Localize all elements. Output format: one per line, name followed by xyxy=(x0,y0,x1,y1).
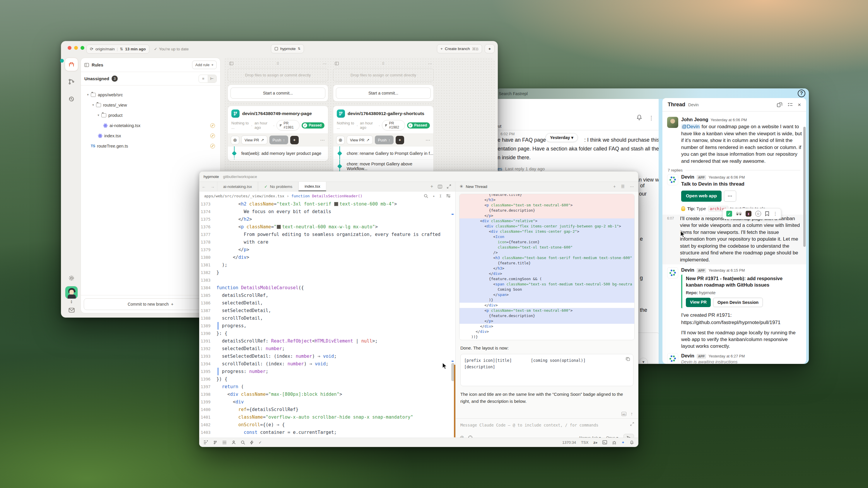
language-mode[interactable]: TSX xyxy=(581,440,588,445)
code-line[interactable]: 1388 scrollToDetail, xyxy=(199,315,455,322)
replies-count[interactable]: 7 replies xyxy=(668,168,683,172)
remote-status-pill[interactable]: ⟳origin/main | ⇅13 min ago xyxy=(86,44,149,54)
expand-input-icon[interactable] xyxy=(630,422,634,426)
code-line[interactable]: 1390}: { xyxy=(199,330,455,337)
thread-list-icon[interactable]: ☰ xyxy=(621,184,625,189)
search-icon[interactable] xyxy=(241,440,245,445)
code-line[interactable]: 1396}) { xyxy=(199,375,455,383)
chevron-down-icon[interactable]: ▾ xyxy=(91,103,95,107)
collapse-lane-icon[interactable] xyxy=(335,62,339,65)
peek-replies-frag[interactable]: es xyxy=(498,166,502,171)
outline-icon[interactable] xyxy=(222,441,227,444)
tree-item-ai-notetaking-tsx[interactable]: ai-notetaking.tsx xyxy=(84,120,217,131)
create-branch-button[interactable]: +Create branch⌘B xyxy=(437,44,482,53)
code-line[interactable]: 1392 selectedDetail: number; xyxy=(199,345,455,353)
pray-emoji[interactable]: ▮ xyxy=(746,211,751,217)
code-line[interactable]: 1403 const container = e.currentTarget; xyxy=(199,429,455,436)
bell-icon[interactable] xyxy=(630,440,634,445)
copy-icon[interactable] xyxy=(625,357,630,361)
code-line[interactable]: 1382} xyxy=(199,269,455,276)
diff-block[interactable]: {feature.title} </h3> <p className="text… xyxy=(459,194,634,340)
eyes-emoji[interactable] xyxy=(736,211,742,217)
date-pill[interactable]: Yesterday ▾ xyxy=(546,133,578,142)
search-icon[interactable] xyxy=(424,194,428,198)
code-line[interactable]: 1373 <h2 className="text-3xl font-serif … xyxy=(199,200,455,208)
commit-to-new-branch-button[interactable]: Commit to new branch+ xyxy=(84,298,217,310)
code-editor[interactable]: 1373 <h2 className="text-3xl font-serif … xyxy=(199,200,455,437)
code-line[interactable]: 1400 ref={detailsScrollRef} xyxy=(199,406,455,413)
check-emoji[interactable]: ✓ xyxy=(726,211,732,217)
sender-name[interactable]: John Jeong xyxy=(681,117,708,122)
tree-view-icon[interactable]: ⊢ xyxy=(208,75,216,83)
code-line[interactable]: 1395 progress: number; xyxy=(199,368,455,375)
workspace-branch-label[interactable]: gitbutler/workspace xyxy=(223,174,257,179)
breadcrumb[interactable]: apps/web/src/routes/_view/index.tsx› fun… xyxy=(199,191,455,200)
ai-actions-button[interactable]: ✦ xyxy=(290,136,299,144)
commit-row[interactable]: feat(web): add memory layer product page xyxy=(228,147,328,160)
pr-badge[interactable]: PR #1981 xyxy=(276,120,300,131)
code-line[interactable]: 1378 with care xyxy=(199,238,455,246)
ai-sparkle-icon[interactable]: ✦ xyxy=(621,440,625,445)
sender-name[interactable]: Devin xyxy=(681,267,694,273)
code-line[interactable]: 1381 ); xyxy=(199,261,455,269)
zed-mode-indicator[interactable]: z» xyxy=(593,440,597,445)
code-line[interactable]: 1377 From powerful editing to seamless o… xyxy=(199,231,455,238)
code-line[interactable]: 1380 </div> xyxy=(199,254,455,261)
ai-sparkle-button[interactable]: ✦ xyxy=(485,44,495,53)
code-line[interactable]: 1398 <div className="max-[800px]:block h… xyxy=(199,391,455,398)
drop-zone[interactable]: Drop files to assign or commit directly xyxy=(333,68,434,82)
pr-badge[interactable]: PR #1982 xyxy=(382,120,405,131)
pr-title[interactable]: New PR #1971 - feat(web): add responsive… xyxy=(686,275,797,288)
ai-actions-button[interactable]: ✦ xyxy=(396,136,404,144)
start-commit-button[interactable]: Start a commit... xyxy=(336,88,431,99)
code-line[interactable]: 1376 <p className="text-neutral-600 max-… xyxy=(199,223,455,231)
code-line[interactable]: 1374 We focus on every bit of details xyxy=(199,208,455,216)
drop-zone[interactable]: Drop files to assign or commit directly xyxy=(227,68,328,82)
new-thread-icon[interactable]: + xyxy=(613,184,616,189)
zap-icon[interactable] xyxy=(250,440,254,445)
bookmark-icon[interactable] xyxy=(765,211,769,216)
code-line[interactable]: 1397 return ( xyxy=(199,383,455,391)
pr-link[interactable]: https://github.com/fastrepl/hyprnote/pul… xyxy=(681,319,800,326)
open-devin-session-button[interactable]: Open Devin Session xyxy=(713,298,763,307)
tab-index-tsx[interactable]: index.tsx xyxy=(299,182,326,191)
debug-icon[interactable] xyxy=(612,440,616,445)
close-icon[interactable]: × xyxy=(798,102,801,108)
project-name[interactable]: hyprnote xyxy=(204,174,219,179)
checklist-icon[interactable] xyxy=(787,102,793,108)
mention[interactable]: @Devin xyxy=(681,124,700,129)
drag-handle-icon[interactable]: ⠿ xyxy=(339,62,428,66)
history-tab[interactable] xyxy=(65,92,78,106)
editor-titlebar[interactable]: hyprnote gitbutler/workspace xyxy=(199,171,638,182)
commit-row[interactable]: chore: move Prompt Gallery above Workflo… xyxy=(333,160,433,173)
nav-back-icon[interactable]: ← xyxy=(199,182,208,191)
code-line[interactable]: 1386 selectedDetail, xyxy=(199,299,455,307)
code-line[interactable]: 1384function DetailsMobileCarousel({ xyxy=(199,284,455,292)
chevron-up-down-icon[interactable]: ▴▾ xyxy=(65,299,78,303)
lane-menu-icon[interactable]: ⋯ xyxy=(323,62,327,66)
review-button[interactable]: ⊕ xyxy=(231,136,239,144)
chevron-down-icon[interactable]: ▾ xyxy=(86,93,90,97)
scroll-up-icon[interactable]: ↑ xyxy=(630,411,633,417)
tab-ai-notetaking[interactable]: ai-notetaking.tsx xyxy=(217,182,258,191)
workspace-tab[interactable] xyxy=(65,58,78,71)
code-line[interactable]: 1385 detailsScrollRef, xyxy=(199,292,455,299)
code-line[interactable]: 1393 setSelectedDetail: (index: number) … xyxy=(199,353,455,360)
split-pane-icon[interactable] xyxy=(438,185,442,189)
add-reaction-icon[interactable]: ☺ xyxy=(755,211,761,217)
branch-menu-icon[interactable]: ⋯ xyxy=(320,137,325,143)
ci-status-badge[interactable]: ✓Passed xyxy=(302,122,324,129)
ci-status-badge[interactable]: ✓Passed xyxy=(407,122,430,129)
sender-name[interactable]: Devin xyxy=(681,174,694,180)
tree-item-product[interactable]: ▾product xyxy=(84,110,217,120)
inline-assist-icon[interactable]: ✦ xyxy=(433,194,435,198)
project-panel-icon[interactable] xyxy=(204,440,208,444)
thread-scrollbar[interactable] xyxy=(803,127,806,247)
help-icon[interactable]: ? xyxy=(798,90,805,97)
open-web-app-button[interactable]: Open web app xyxy=(681,191,721,202)
scrollbar-minimap[interactable] xyxy=(451,200,455,437)
open-window-icon[interactable] xyxy=(777,102,782,108)
branch-name[interactable]: devin/1764380749-memory-page xyxy=(242,111,312,116)
expand-icon[interactable] xyxy=(447,185,451,189)
view-pr-button[interactable]: View PR↗ xyxy=(347,135,373,144)
